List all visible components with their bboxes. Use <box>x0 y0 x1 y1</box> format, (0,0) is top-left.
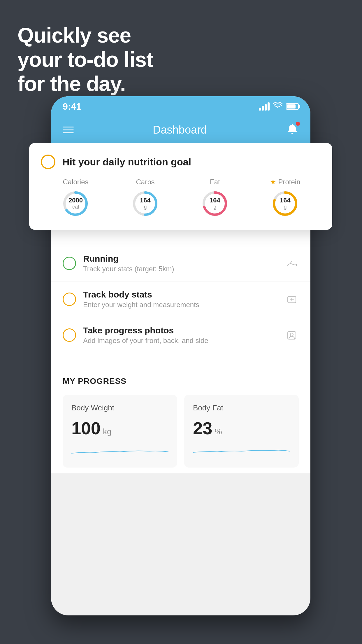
body-fat-value: 23 <box>193 418 212 438</box>
calories-label: Calories <box>63 178 88 186</box>
todo-title-running: Running <box>83 254 278 264</box>
todo-title-body-stats: Track body stats <box>83 290 278 300</box>
carbs-donut: 164 g <box>131 189 160 218</box>
todo-list: Running Track your stats (target: 5km) T… <box>51 246 310 353</box>
carbs-unit: g <box>140 204 151 210</box>
svg-point-2 <box>290 333 293 336</box>
nutrition-card: Hit your daily nutrition goal Calories 2… <box>29 143 332 230</box>
todo-item-running[interactable]: Running Track your stats (target: 5km) <box>51 246 310 281</box>
nutrition-check-circle <box>41 155 55 169</box>
todo-subtitle-progress-photos: Add images of your front, back, and side <box>83 337 278 345</box>
body-weight-chart <box>71 443 168 458</box>
status-time: 9:41 <box>63 101 81 112</box>
status-bar: 9:41 <box>51 96 310 117</box>
body-weight-card[interactable]: Body Weight 100 kg <box>63 395 177 468</box>
calories-value: 2000 <box>68 197 83 204</box>
progress-section: MY PROGRESS Body Weight 100 kg Body Fat <box>51 365 310 473</box>
nutrient-fat: Fat 164 g <box>200 178 229 218</box>
notification-bell-button[interactable] <box>286 123 299 137</box>
nutrition-card-title: Hit your daily nutrition goal <box>62 156 191 168</box>
body-weight-value: 100 <box>71 418 101 438</box>
signal-bars-icon <box>259 102 270 111</box>
battery-icon <box>286 103 299 110</box>
hero-text: Quickly see your to-do list for the day. <box>17 23 153 96</box>
carbs-label: Carbs <box>136 178 154 186</box>
todo-subtitle-body-stats: Enter your weight and measurements <box>83 301 278 309</box>
nutrient-calories: Calories 2000 cal <box>61 178 90 218</box>
protein-label: ★ Protein <box>270 178 300 186</box>
carbs-value: 164 <box>140 197 151 204</box>
star-icon: ★ <box>270 178 276 186</box>
fat-value: 164 <box>210 197 220 204</box>
nutrition-row: Calories 2000 cal Carbs <box>41 178 321 218</box>
body-weight-title: Body Weight <box>71 403 168 412</box>
fat-label: Fat <box>210 178 220 186</box>
notification-dot <box>296 122 300 126</box>
scale-icon <box>285 292 299 306</box>
todo-item-progress-photos[interactable]: Take progress photos Add images of your … <box>51 317 310 353</box>
body-fat-unit: % <box>215 427 222 436</box>
fat-donut: 164 g <box>200 189 229 218</box>
protein-value: 164 <box>280 197 291 204</box>
nutrient-protein: ★ Protein 164 g <box>270 178 300 218</box>
todo-circle-running <box>63 257 76 270</box>
status-icons <box>259 102 299 111</box>
nav-bar: Dashboard <box>51 117 310 143</box>
body-weight-unit: kg <box>103 427 112 436</box>
hamburger-menu-button[interactable] <box>63 127 74 133</box>
progress-header: MY PROGRESS <box>63 377 299 386</box>
todo-title-progress-photos: Take progress photos <box>83 326 278 335</box>
body-fat-card[interactable]: Body Fat 23 % <box>184 395 299 468</box>
wifi-icon <box>273 102 282 111</box>
todo-item-body-stats[interactable]: Track body stats Enter your weight and m… <box>51 281 310 317</box>
todo-circle-progress-photos <box>63 328 76 342</box>
person-photo-icon <box>285 328 299 342</box>
todo-subtitle-running: Track your stats (target: 5km) <box>83 265 278 273</box>
running-shoe-icon <box>285 256 299 270</box>
protein-donut: 164 g <box>270 189 300 218</box>
nutrient-carbs: Carbs 164 g <box>131 178 160 218</box>
nav-title: Dashboard <box>153 124 207 136</box>
todo-circle-body-stats <box>63 293 76 306</box>
protein-unit: g <box>280 204 291 210</box>
calories-unit: cal <box>68 204 83 210</box>
calories-donut: 2000 cal <box>61 189 90 218</box>
progress-cards: Body Weight 100 kg Body Fat 23 % <box>63 395 299 468</box>
body-fat-title: Body Fat <box>193 403 290 412</box>
body-fat-chart <box>193 443 290 458</box>
fat-unit: g <box>210 204 220 210</box>
